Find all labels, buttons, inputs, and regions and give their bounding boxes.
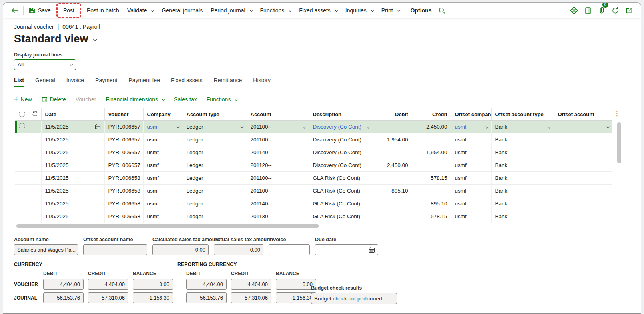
calendar-icon[interactable] bbox=[369, 247, 375, 253]
chevron-down-icon[interactable] bbox=[367, 125, 370, 128]
date-cell[interactable]: 11/5/2025 bbox=[41, 159, 104, 172]
breadcrumb-record[interactable]: 00641 : Payroll bbox=[62, 24, 100, 30]
table-row[interactable]: 11/5/2025 PYRL006658 usmf Ledger 201100-… bbox=[15, 185, 612, 197]
date-cell[interactable]: 11/5/2025 bbox=[41, 210, 104, 223]
debit-cell[interactable]: 895.10 bbox=[373, 185, 412, 197]
credit-cell[interactable]: 578.15 bbox=[412, 210, 451, 223]
description-cell[interactable]: GLA Risk (Co Cont) bbox=[309, 197, 373, 210]
date-cell[interactable]: 11/5/2025 bbox=[41, 121, 104, 133]
company-cell[interactable]: usmf bbox=[143, 185, 183, 197]
account-type-cell[interactable]: Ledger bbox=[183, 133, 247, 146]
account-type-cell[interactable]: Ledger bbox=[183, 146, 247, 159]
offset-company-cell[interactable]: usmf bbox=[451, 159, 491, 172]
account-cell[interactable]: 201100-- bbox=[247, 172, 309, 185]
row-select-cell[interactable] bbox=[15, 121, 28, 133]
description-cell[interactable]: Discovery (Co Cont) bbox=[309, 121, 373, 133]
offset-company-cell[interactable]: usmf bbox=[451, 121, 491, 133]
credit-cell[interactable]: 895.10 bbox=[412, 197, 451, 210]
print-menu-button[interactable]: Print bbox=[377, 4, 404, 16]
table-row[interactable]: 11/5/2025 PYRL006658 usmf Ledger 201140-… bbox=[15, 197, 612, 210]
account-cell[interactable]: 201130-- bbox=[247, 210, 309, 223]
company-cell[interactable]: usmf bbox=[143, 146, 183, 159]
grid-refresh-icon[interactable] bbox=[32, 111, 38, 117]
offset-account-type-cell[interactable]: Bank bbox=[491, 210, 554, 223]
table-row[interactable]: 11/5/2025 PYRL006657 usmf Ledger 201100-… bbox=[15, 121, 612, 133]
dynamics-diamond-button[interactable] bbox=[570, 4, 578, 16]
voucher-cell[interactable]: PYRL006658 bbox=[104, 210, 143, 223]
functions-menu-button[interactable]: Functions bbox=[256, 4, 295, 16]
voucher-cell[interactable]: PYRL006657 bbox=[104, 159, 143, 172]
voucher-cell[interactable]: PYRL006658 bbox=[104, 172, 143, 185]
description-cell[interactable]: GLA Risk (Co Cont) bbox=[309, 210, 373, 223]
chevron-down-icon[interactable] bbox=[240, 125, 243, 128]
select-all-cell[interactable] bbox=[15, 108, 28, 121]
grid-functions-menu-button[interactable]: Functions bbox=[207, 96, 237, 103]
column-header-offset-account[interactable]: Offset account bbox=[554, 108, 612, 121]
tab-history[interactable]: History bbox=[253, 77, 271, 87]
debit-cell[interactable] bbox=[373, 210, 412, 223]
new-line-button[interactable]: + New bbox=[14, 96, 32, 103]
tab-payment[interactable]: Payment bbox=[95, 77, 117, 87]
description-cell[interactable]: Discovery (Co Cont) bbox=[309, 146, 373, 159]
offset-account-type-cell[interactable]: Bank bbox=[491, 159, 554, 172]
voucher-cell[interactable]: PYRL006657 bbox=[104, 121, 143, 133]
offset-account-type-cell[interactable]: Bank bbox=[491, 172, 554, 185]
debit-cell[interactable]: 2,450.00 bbox=[373, 159, 412, 172]
breadcrumb-page-link[interactable]: Journal voucher bbox=[14, 24, 54, 30]
table-row[interactable]: 11/5/2025 PYRL006657 usmf Ledger 201140-… bbox=[15, 146, 612, 159]
description-cell[interactable]: Discovery (Co Cont) bbox=[309, 159, 373, 172]
chevron-down-icon[interactable] bbox=[548, 125, 551, 128]
account-cell[interactable]: 201100-- bbox=[247, 121, 309, 133]
delete-line-button[interactable]: Delete bbox=[42, 96, 66, 103]
search-button[interactable] bbox=[435, 4, 449, 16]
offset-account-cell[interactable] bbox=[554, 146, 612, 159]
account-cell[interactable]: 201100-- bbox=[247, 133, 309, 146]
column-header-account-type[interactable]: Account type bbox=[183, 108, 247, 121]
date-cell[interactable]: 11/5/2025 bbox=[41, 146, 104, 159]
credit-cell[interactable]: 2,450.00 bbox=[412, 121, 451, 133]
offset-company-cell[interactable]: usmf bbox=[451, 133, 491, 146]
post-in-batch-button[interactable]: Post in batch bbox=[83, 4, 123, 16]
account-type-cell[interactable]: Ledger bbox=[183, 172, 247, 185]
offset-account-type-cell[interactable]: Bank bbox=[491, 121, 554, 133]
offset-account-type-cell[interactable]: Bank bbox=[491, 133, 554, 146]
column-header-company[interactable]: Company bbox=[143, 108, 183, 121]
account-type-cell[interactable]: Ledger bbox=[183, 121, 247, 133]
refresh-button[interactable] bbox=[612, 4, 619, 16]
credit-cell[interactable]: 578.15 bbox=[412, 172, 451, 185]
offset-account-type-cell[interactable]: Bank bbox=[491, 146, 554, 159]
calendar-icon[interactable] bbox=[95, 124, 101, 130]
account-type-cell[interactable]: Ledger bbox=[183, 210, 247, 223]
date-cell[interactable]: 11/5/2025 bbox=[41, 185, 104, 197]
voucher-cell[interactable]: PYRL006657 bbox=[104, 133, 143, 146]
options-tab-button[interactable]: Options bbox=[407, 4, 436, 16]
refresh-grid-cell[interactable] bbox=[28, 108, 41, 121]
description-cell[interactable]: GLA Risk (Co Cont) bbox=[309, 185, 373, 197]
offset-account-type-cell[interactable]: Bank bbox=[491, 197, 554, 210]
horizontal-scrollbar[interactable] bbox=[16, 224, 319, 228]
offset-account-cell[interactable] bbox=[554, 210, 612, 223]
period-journal-menu-button[interactable]: Period journal bbox=[207, 4, 256, 16]
validate-menu-button[interactable]: Validate bbox=[123, 4, 158, 16]
general-journals-button[interactable]: General journals bbox=[158, 4, 207, 16]
company-cell[interactable]: usmf bbox=[143, 197, 183, 210]
account-cell[interactable]: 201100-- bbox=[247, 185, 309, 197]
credit-cell[interactable]: 1,954.00 bbox=[412, 146, 451, 159]
offset-company-cell[interactable]: usmf bbox=[451, 146, 491, 159]
column-header-debit[interactable]: Debit bbox=[373, 108, 412, 121]
company-cell[interactable]: usmf bbox=[143, 159, 183, 172]
tab-remittance[interactable]: Remittance bbox=[214, 77, 242, 87]
offset-account-cell[interactable] bbox=[554, 185, 612, 197]
tab-fixed-assets[interactable]: Fixed assets bbox=[171, 77, 203, 87]
chevron-down-icon[interactable] bbox=[176, 125, 179, 128]
back-button[interactable] bbox=[8, 4, 22, 16]
date-cell[interactable]: 11/5/2025 bbox=[41, 172, 104, 185]
debit-cell[interactable] bbox=[373, 121, 412, 133]
select-all-radio[interactable] bbox=[19, 111, 25, 117]
column-header-description[interactable]: Description bbox=[309, 108, 373, 121]
tab-list[interactable]: List bbox=[14, 77, 24, 87]
column-header-voucher[interactable]: Voucher bbox=[104, 108, 143, 121]
post-button[interactable]: Post bbox=[61, 4, 77, 16]
company-cell[interactable]: usmf bbox=[143, 210, 183, 223]
sales-tax-button[interactable]: Sales tax bbox=[174, 96, 197, 103]
